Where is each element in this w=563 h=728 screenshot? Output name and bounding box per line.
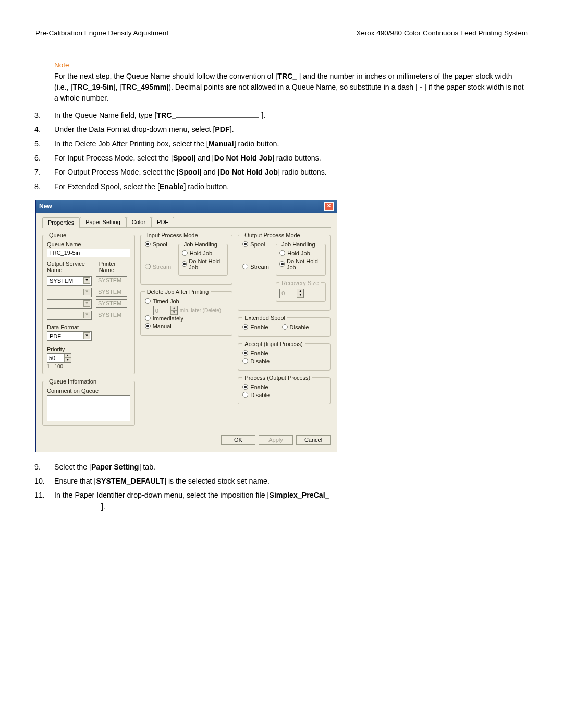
- tab-strip: Properties Paper Setting Color PDF: [42, 217, 331, 228]
- step-list-b: 9. Select the [Paper Setting] tab. 10. E…: [34, 462, 528, 512]
- recovery-size-fieldset: Recovery Size ▲▼: [276, 280, 326, 302]
- page-header: Pre-Calibration Engine Density Adjustmen…: [35, 29, 528, 37]
- ipm-job-handling: Job Handling Hold Job Do Not Hold Job: [178, 241, 228, 276]
- extended-spool-fieldset: Extended Spool Enable Disable: [238, 315, 331, 337]
- ext-enable-radio[interactable]: Enable: [242, 324, 268, 330]
- step-4: 4. Under the Data Format drop-down menu,…: [34, 124, 528, 135]
- chevron-down-icon: ▼: [83, 332, 90, 339]
- header-left: Pre-Calibration Engine Density Adjustmen…: [35, 29, 168, 37]
- data-format-select[interactable]: PDF▼: [47, 331, 92, 341]
- djap-timed-radio[interactable]: Timed Job: [145, 298, 228, 304]
- step-list-a: 3. In the Queue Name field, type [TRC_ ]…: [34, 110, 528, 192]
- down-icon: ▼: [170, 311, 177, 315]
- up-icon: ▲: [297, 289, 303, 293]
- step-8: 8. For Extended Spool, select the [Enabl…: [34, 181, 528, 192]
- process-output-fieldset: Process (Output Process) Enable Disable: [238, 375, 331, 404]
- ipm-nohold-radio[interactable]: Do Not Hold Job: [182, 258, 225, 270]
- cancel-button[interactable]: Cancel: [296, 435, 331, 445]
- chevron-down-icon: ▼: [83, 312, 90, 318]
- printer-name-1: SYSTEM: [96, 276, 127, 285]
- up-icon: ▲: [170, 306, 177, 311]
- dialog-buttons: OK Apply Cancel: [42, 435, 331, 445]
- printer-name-4: SYSTEM: [96, 311, 127, 319]
- opm-nohold-radio[interactable]: Do Not Hold Job: [279, 258, 322, 270]
- close-icon[interactable]: ×: [324, 202, 334, 211]
- tab-properties[interactable]: Properties: [42, 217, 80, 228]
- apply-button: Apply: [259, 435, 293, 445]
- opm-stream-radio[interactable]: Stream: [242, 264, 272, 270]
- step-7: 7. For Output Process Mode, select the […: [34, 167, 528, 178]
- blank-line: [54, 502, 101, 509]
- opm-job-handling: Job Handling Hold Job Do Not Hold Job: [276, 241, 326, 276]
- output-service-3: ▼: [47, 299, 92, 309]
- output-service-2: ▼: [47, 288, 92, 297]
- queue-fieldset: Queue Queue Name Output Service Name Pri…: [42, 232, 135, 374]
- aip-disable-radio[interactable]: Disable: [242, 358, 326, 364]
- step-3: 3. In the Queue Name field, type [TRC_ ]…: [34, 110, 528, 121]
- ext-disable-radio[interactable]: Disable: [282, 324, 309, 330]
- ipm-spool-radio[interactable]: Spool: [145, 241, 174, 248]
- aip-enable-radio[interactable]: Enable: [242, 350, 326, 356]
- queue-info-fieldset: Queue Information Comment on Queue: [42, 378, 135, 426]
- ok-button[interactable]: OK: [221, 435, 255, 445]
- step-11: 11. In the Paper Identifier drop-down me…: [34, 490, 528, 512]
- dialog-title: New: [39, 203, 52, 210]
- note-body: For the next step, the Queue Name should…: [54, 71, 528, 104]
- pop-enable-radio[interactable]: Enable: [242, 384, 326, 390]
- step-6: 6. For Input Process Mode, select the [S…: [34, 153, 528, 164]
- djap-imm-radio[interactable]: Immediately: [145, 315, 228, 322]
- opm-hold-radio[interactable]: Hold Job: [279, 250, 322, 256]
- down-icon[interactable]: ▼: [64, 358, 71, 362]
- accept-input-fieldset: Accept (Input Process) Enable Disable: [238, 341, 331, 371]
- timed-spinner: ▲▼: [153, 306, 178, 315]
- up-icon[interactable]: ▲: [64, 354, 71, 358]
- step-10: 10. Ensure that [SYSTEM_DEFAULT] is the …: [34, 476, 528, 487]
- tab-pdf[interactable]: PDF: [151, 217, 174, 227]
- down-icon: ▼: [297, 293, 303, 298]
- queue-name-label: Queue Name: [47, 241, 130, 248]
- queue-name-input[interactable]: [47, 249, 130, 257]
- recovery-spinner: ▲▼: [279, 289, 304, 298]
- opm-spool-radio[interactable]: Spool: [242, 241, 272, 248]
- output-service-4: ▼: [47, 311, 92, 320]
- djap-manual-radio[interactable]: Manual: [145, 323, 228, 329]
- step-9: 9. Select the [Paper Setting] tab.: [34, 462, 528, 473]
- priority-spinner[interactable]: ▲▼: [47, 353, 71, 363]
- new-dialog: New × Properties Paper Setting Color PDF…: [35, 200, 337, 452]
- printer-name-2: SYSTEM: [96, 288, 127, 297]
- header-right: Xerox 490/980 Color Continuous Feed Prin…: [356, 29, 528, 37]
- tab-paper-setting[interactable]: Paper Setting: [80, 217, 126, 227]
- tab-color[interactable]: Color: [126, 217, 151, 227]
- output-process-mode-fieldset: Output Process Mode Spool Stream Job Han…: [238, 232, 331, 311]
- chevron-down-icon: ▼: [83, 277, 90, 284]
- output-service-select[interactable]: SYSTEM▼: [47, 276, 92, 286]
- note-label: Note: [54, 61, 528, 69]
- ipm-stream-radio: Stream: [145, 264, 174, 270]
- step-5: 5. In the Delete Job After Printing box,…: [34, 139, 528, 150]
- title-bar: New ×: [36, 200, 337, 213]
- ipm-hold-radio[interactable]: Hold Job: [182, 250, 225, 256]
- pop-disable-radio[interactable]: Disable: [242, 392, 326, 398]
- delete-job-fieldset: Delete Job After Printing Timed Job ▲▼ m…: [140, 289, 233, 336]
- chevron-down-icon: ▼: [83, 289, 90, 295]
- comment-textarea[interactable]: [47, 395, 130, 421]
- blank-line: [176, 111, 259, 118]
- printer-name-3: SYSTEM: [96, 299, 127, 308]
- chevron-down-icon: ▼: [83, 300, 90, 307]
- input-process-mode-fieldset: Input Process Mode Spool Stream Job Hand…: [140, 232, 233, 285]
